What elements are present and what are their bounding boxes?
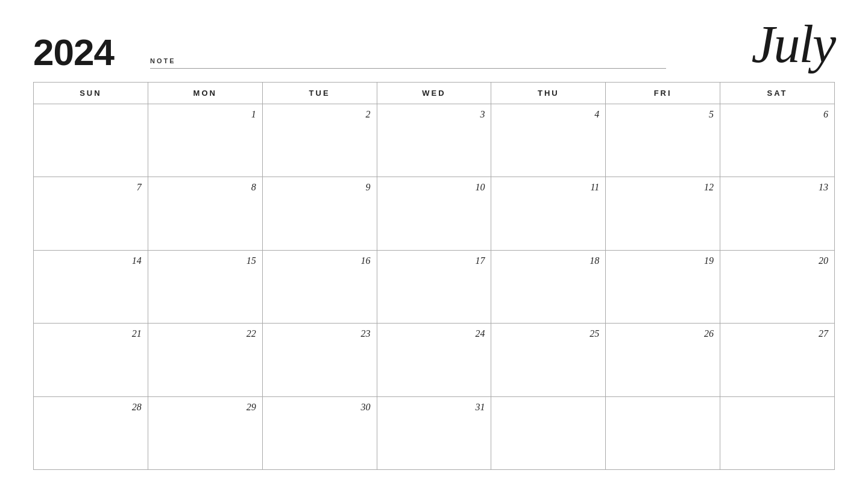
calendar-cell[interactable]: 7 xyxy=(34,177,148,250)
calendar-cell[interactable]: 3 xyxy=(377,104,491,177)
day-number: 25 xyxy=(495,328,599,339)
calendar-cell[interactable]: 26 xyxy=(606,324,720,396)
day-number: 28 xyxy=(37,402,142,413)
month-title: July xyxy=(702,18,835,71)
calendar-cell[interactable]: 15 xyxy=(148,250,262,323)
note-label: NOTE xyxy=(150,57,666,64)
week-row-3: 14151617181920 xyxy=(34,250,835,323)
calendar-cell[interactable]: 27 xyxy=(720,324,835,396)
day-number: 15 xyxy=(152,255,256,266)
calendar-cell[interactable]: 8 xyxy=(148,177,262,250)
day-number: 18 xyxy=(495,255,599,266)
calendar-cell[interactable]: 20 xyxy=(720,250,835,323)
calendar-cell[interactable]: 13 xyxy=(720,177,835,250)
day-number: 23 xyxy=(266,328,371,339)
day-number: 9 xyxy=(266,182,371,193)
day-number: 29 xyxy=(152,402,256,413)
day-number: 27 xyxy=(724,328,828,339)
day-number: 19 xyxy=(609,255,714,266)
week-row-4: 21222324252627 xyxy=(34,324,835,396)
calendar-cell[interactable]: 28 xyxy=(34,396,148,469)
calendar-cell[interactable]: 9 xyxy=(262,177,377,250)
day-number: 10 xyxy=(381,182,485,193)
calendar-cell[interactable]: 12 xyxy=(606,177,720,250)
calendar-cell[interactable]: 24 xyxy=(377,324,491,396)
weekday-header-mon: MON xyxy=(148,83,262,104)
weekday-header-fri: FRI xyxy=(606,83,720,104)
calendar-cell[interactable]: 11 xyxy=(491,177,606,250)
calendar-cell[interactable]: 10 xyxy=(377,177,491,250)
day-number: 2 xyxy=(266,109,371,120)
calendar-cell[interactable] xyxy=(720,396,835,469)
day-number: 30 xyxy=(266,402,371,413)
day-number: 13 xyxy=(724,182,828,193)
day-number: 31 xyxy=(381,402,485,413)
day-number: 14 xyxy=(37,255,142,266)
note-line xyxy=(150,68,666,69)
calendar-cell[interactable] xyxy=(34,104,148,177)
weekday-header-sun: SUN xyxy=(34,83,148,104)
calendar-cell[interactable]: 19 xyxy=(606,250,720,323)
week-row-2: 78910111213 xyxy=(34,177,835,250)
calendar-cell[interactable]: 18 xyxy=(491,250,606,323)
day-number: 12 xyxy=(609,182,714,193)
weekday-header-wed: WED xyxy=(377,83,491,104)
day-number: 5 xyxy=(609,109,714,120)
day-number: 3 xyxy=(381,109,485,120)
calendar-table: SUNMONTUEWEDTHUFRISAT 123456789101112131… xyxy=(33,82,835,470)
calendar-cell[interactable]: 30 xyxy=(262,396,377,469)
week-row-5: 28293031 xyxy=(34,396,835,469)
calendar-cell[interactable] xyxy=(491,396,606,469)
calendar-cell[interactable]: 1 xyxy=(148,104,262,177)
page-header: 2024 NOTE July xyxy=(33,18,835,71)
calendar-cell[interactable]: 6 xyxy=(720,104,835,177)
calendar-cell[interactable]: 2 xyxy=(262,104,377,177)
day-number: 22 xyxy=(152,328,256,339)
day-number: 21 xyxy=(37,328,142,339)
weekday-header-tue: TUE xyxy=(262,83,377,104)
weekday-header-thu: THU xyxy=(491,83,606,104)
calendar-cell[interactable]: 25 xyxy=(491,324,606,396)
day-number: 24 xyxy=(381,328,485,339)
days-of-week-row: SUNMONTUEWEDTHUFRISAT xyxy=(34,83,835,104)
week-row-1: 123456 xyxy=(34,104,835,177)
day-number: 17 xyxy=(381,255,485,266)
calendar-cell[interactable]: 22 xyxy=(148,324,262,396)
day-number: 26 xyxy=(609,328,714,339)
day-number: 6 xyxy=(724,109,828,120)
day-number: 1 xyxy=(152,109,256,120)
calendar-cell[interactable]: 29 xyxy=(148,396,262,469)
day-number: 20 xyxy=(724,255,828,266)
calendar-cell[interactable] xyxy=(606,396,720,469)
calendar-cell[interactable]: 4 xyxy=(491,104,606,177)
day-number: 4 xyxy=(495,109,599,120)
calendar-cell[interactable]: 17 xyxy=(377,250,491,323)
day-number: 8 xyxy=(152,182,256,193)
calendar-cell[interactable]: 23 xyxy=(262,324,377,396)
calendar-cell[interactable]: 31 xyxy=(377,396,491,469)
calendar-cell[interactable]: 14 xyxy=(34,250,148,323)
day-number: 7 xyxy=(37,182,142,193)
day-number: 16 xyxy=(266,255,371,266)
note-section: NOTE xyxy=(150,57,666,71)
calendar-cell[interactable]: 5 xyxy=(606,104,720,177)
weekday-header-sat: SAT xyxy=(720,83,835,104)
calendar-cell[interactable]: 21 xyxy=(34,324,148,396)
year-label: 2024 xyxy=(33,34,114,71)
calendar-cell[interactable]: 16 xyxy=(262,250,377,323)
day-number: 11 xyxy=(495,182,599,193)
